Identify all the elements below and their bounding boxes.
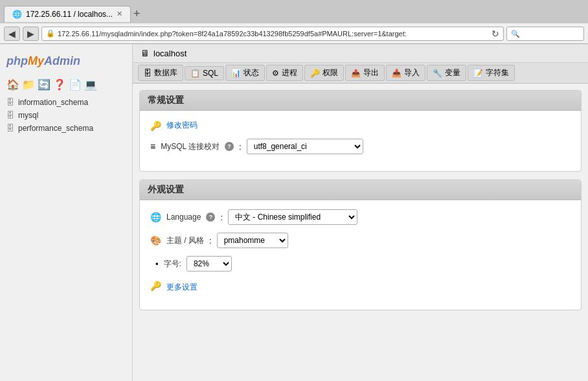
- sidebar-item-performance-schema[interactable]: 🗄 performance_schema: [0, 122, 132, 135]
- sidebar-item-label-3: performance_schema: [18, 124, 93, 133]
- more-settings-icon: 🔑: [150, 281, 161, 291]
- help-icon[interactable]: ❓: [53, 78, 66, 91]
- db-icon-2: 🗄: [6, 111, 14, 120]
- mysql-connection-row: ≡ MySQL 连接校对 ? : utf8_general_ci utf8_un…: [150, 139, 571, 154]
- search-input[interactable]: [506, 27, 584, 41]
- status-icon: 📊: [231, 69, 241, 78]
- settings-icon[interactable]: 📄: [69, 78, 82, 91]
- general-settings-body: 🔑 修改密码 ≡ MySQL 连接校对 ? : utf8_general_ci …: [140, 111, 581, 171]
- fontsize-label: 字号:: [164, 259, 181, 270]
- language-help[interactable]: ?: [206, 213, 215, 222]
- server-icon: 🖥: [141, 48, 150, 58]
- language-colon: :: [220, 213, 223, 222]
- page-layout: phpMyAdmin 🏠 📁 🔄 ❓ 📄 💻 🗄 information_sch…: [0, 44, 588, 381]
- connection-icon: ≡: [150, 141, 155, 152]
- toolbar-privileges[interactable]: 🔑 权限: [304, 65, 344, 81]
- general-settings-section: 常规设置 🔑 修改密码 ≡ MySQL 连接校对 ? :: [139, 90, 582, 172]
- general-settings-header: 常规设置: [140, 91, 581, 111]
- appearance-settings-section: 外观设置 🌐 Language ? : 中文 - Chinese simplif…: [139, 179, 582, 310]
- theme-select[interactable]: pmahomme original: [217, 233, 288, 248]
- logo: phpMyAdmin: [0, 49, 132, 76]
- import-icon: 📥: [392, 69, 401, 78]
- sidebar-item-information-schema[interactable]: 🗄 information_schema: [0, 96, 132, 109]
- bookmark-icon[interactable]: 📁: [22, 78, 35, 91]
- db-icon-3: 🗄: [6, 124, 14, 133]
- sql-icon: 📋: [190, 69, 200, 78]
- databases-icon: 🗄: [144, 69, 152, 78]
- language-icon: 🌐: [150, 212, 161, 222]
- nav-bar: ◀ ▶ 🔒 172.25.66.11/mysqladmin/index.php?…: [0, 23, 588, 44]
- content-area: 常规设置 🔑 修改密码 ≡ MySQL 连接校对 ? :: [133, 84, 588, 325]
- mysql-connection-help[interactable]: ?: [225, 142, 234, 151]
- home-icon[interactable]: 🏠: [6, 78, 19, 91]
- appearance-settings-title: 外观设置: [148, 184, 184, 194]
- sidebar: phpMyAdmin 🏠 📁 🔄 ❓ 📄 💻 🗄 information_sch…: [0, 44, 133, 381]
- key-icon: 🔑: [150, 121, 161, 131]
- privileges-icon: 🔑: [310, 69, 320, 78]
- appearance-settings-body: 🌐 Language ? : 中文 - Chinese simplified E…: [140, 200, 581, 310]
- modify-password-label: 修改密码: [166, 120, 198, 131]
- main-content: 🖥 localhost 🗄 数据库 📋 SQL 📊 状态 ⚙ 进程 🔑: [133, 44, 588, 381]
- server-name: localhost: [153, 49, 187, 58]
- address-bar[interactable]: 🔒 172.25.66.11/mysqladmin/index.php?toke…: [41, 27, 504, 41]
- toolbar: 🗄 数据库 📋 SQL 📊 状态 ⚙ 进程 🔑 权限 📤 导出: [133, 63, 588, 84]
- tab-icon: 🌐: [12, 10, 22, 19]
- logo-admin: Admin: [44, 54, 80, 67]
- mysql-connection-label: MySQL 连接校对: [161, 141, 220, 152]
- theme-label: 主题 / 风格: [166, 235, 204, 246]
- theme-row: 🎨 主题 / 风格 : pmahomme original: [150, 233, 571, 248]
- fontsize-select[interactable]: 82% 100% 120%: [187, 256, 232, 271]
- general-settings-title: 常规设置: [148, 95, 184, 105]
- sidebar-item-label-1: information_schema: [18, 98, 88, 107]
- toolbar-databases[interactable]: 🗄 数据库: [138, 65, 183, 81]
- reload-button[interactable]: ↻: [492, 29, 499, 39]
- modify-password-link[interactable]: 修改密码: [166, 120, 198, 131]
- toolbar-status[interactable]: 📊 状态: [225, 65, 265, 81]
- variables-icon: 🔧: [433, 69, 442, 78]
- tab-close-button[interactable]: ✕: [117, 10, 122, 18]
- modify-password-row: 🔑 修改密码: [150, 120, 571, 131]
- logo-php: php: [6, 54, 28, 67]
- language-select[interactable]: 中文 - Chinese simplified English: [228, 209, 357, 225]
- address-text: 172.25.66.11/mysqladmin/index.php?token=…: [58, 30, 489, 38]
- bullet-point: •: [155, 259, 159, 269]
- more-settings-row: 🔑 更多设置: [150, 278, 571, 293]
- toolbar-import[interactable]: 📥 导入: [386, 65, 425, 81]
- toolbar-processes[interactable]: ⚙ 进程: [266, 65, 303, 81]
- tab-title: 172.25.66.11 / localhos...: [26, 10, 113, 19]
- language-row: 🌐 Language ? : 中文 - Chinese simplified E…: [150, 209, 571, 225]
- logo-my: My: [28, 54, 44, 67]
- processes-icon: ⚙: [272, 69, 279, 78]
- theme-colon: :: [209, 236, 212, 246]
- browser-window: 🌐 172.25.66.11 / localhos... ✕ + ◀ ▶ 🔒 1…: [0, 0, 588, 44]
- mysql-connection-select[interactable]: utf8_general_ci utf8_unicode_ci latin1_s…: [247, 139, 363, 154]
- db-icon-1: 🗄: [6, 98, 14, 107]
- sidebar-item-mysql[interactable]: 🗄 mysql: [0, 109, 132, 122]
- lock-icon: 🔒: [46, 29, 55, 38]
- toolbar-charset[interactable]: 📝 字符集: [468, 65, 515, 81]
- forward-button[interactable]: ▶: [23, 27, 39, 41]
- console-icon[interactable]: 💻: [84, 78, 97, 91]
- toolbar-sql[interactable]: 📋 SQL: [185, 66, 224, 80]
- sidebar-item-label-2: mysql: [18, 111, 38, 120]
- appearance-settings-header: 外观设置: [140, 180, 581, 200]
- new-tab-button[interactable]: +: [133, 8, 141, 19]
- export-icon: 📤: [351, 69, 361, 78]
- more-settings-link[interactable]: 更多设置: [166, 282, 198, 293]
- sidebar-icon-bar: 🏠 📁 🔄 ❓ 📄 💻: [0, 76, 132, 96]
- tab-bar: 🌐 172.25.66.11 / localhos... ✕ +: [0, 0, 588, 23]
- server-header: 🖥 localhost: [133, 44, 588, 63]
- more-settings-label: 更多设置: [166, 282, 198, 293]
- toolbar-export[interactable]: 📤 导出: [345, 65, 385, 81]
- back-button[interactable]: ◀: [4, 27, 20, 41]
- theme-icon: 🎨: [150, 235, 161, 246]
- language-label: Language: [166, 213, 201, 222]
- colon-separator: :: [239, 142, 242, 152]
- active-tab[interactable]: 🌐 172.25.66.11 / localhos... ✕: [4, 6, 131, 22]
- charset-icon: 📝: [473, 69, 483, 78]
- toolbar-variables[interactable]: 🔧 变量: [427, 65, 466, 81]
- fontsize-row: • 字号: 82% 100% 120%: [150, 256, 571, 271]
- refresh-icon[interactable]: 🔄: [38, 78, 51, 91]
